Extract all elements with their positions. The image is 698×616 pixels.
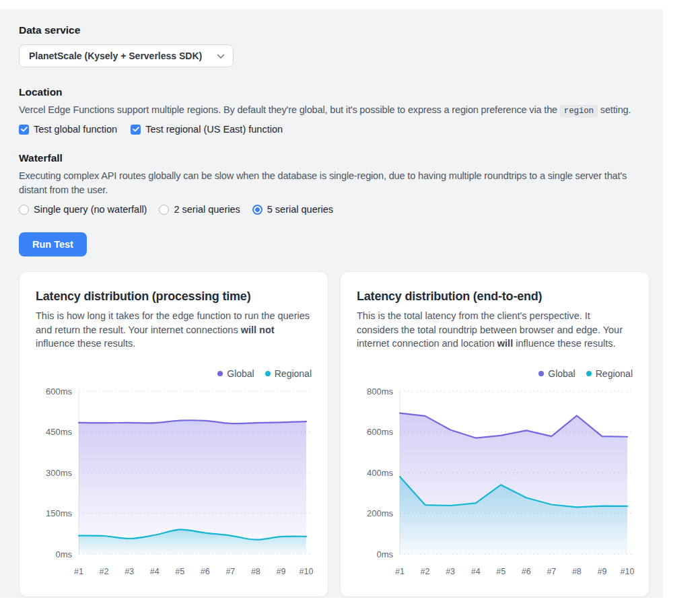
global-series-dot-icon: [538, 371, 544, 376]
radio-icon: [19, 205, 29, 215]
svg-text:200ms: 200ms: [367, 508, 394, 518]
results-cards: Latency distribution (processing time) T…: [19, 271, 644, 597]
regional-series-dot-icon: [265, 371, 271, 376]
waterfall-radio-group: Single query (no waterfall) 2 serial que…: [19, 204, 644, 215]
waterfall-section: Waterfall Executing complex API routes g…: [19, 152, 644, 215]
svg-text:450ms: 450ms: [46, 427, 73, 437]
svg-text:#3: #3: [125, 567, 134, 576]
run-test-button[interactable]: Run Test: [19, 232, 87, 256]
legend-item-regional: Regional: [265, 368, 312, 379]
svg-text:0ms: 0ms: [376, 549, 393, 559]
svg-text:#2: #2: [100, 567, 109, 576]
svg-text:#9: #9: [276, 567, 285, 576]
checkbox-test-global-function[interactable]: Test global function: [19, 124, 117, 135]
checkbox-label: Test regional (US East) function: [145, 124, 283, 135]
svg-text:300ms: 300ms: [46, 467, 73, 477]
card-description: This is the total latency from the clien…: [357, 309, 633, 351]
radio-single-query[interactable]: Single query (no waterfall): [19, 204, 147, 215]
chart-legend: Global Regional: [357, 368, 633, 379]
svg-text:400ms: 400ms: [367, 467, 394, 477]
svg-text:600ms: 600ms: [46, 386, 73, 396]
end-to-end-chart: 0ms200ms400ms600ms800ms#1#2#3#4#5#6#7#8#…: [357, 382, 634, 584]
svg-text:#4: #4: [150, 567, 160, 576]
checkbox-test-regional-function[interactable]: Test regional (US East) function: [131, 124, 283, 135]
svg-text:#7: #7: [547, 567, 556, 576]
location-heading: Location: [19, 86, 644, 98]
location-description: Vercel Edge Functions support multiple r…: [19, 103, 644, 117]
svg-text:#9: #9: [597, 567, 606, 576]
radio-2-serial-queries[interactable]: 2 serial queries: [159, 204, 240, 215]
radio-5-serial-queries[interactable]: 5 serial queries: [252, 204, 333, 215]
region-code-chip: region: [560, 105, 598, 117]
card-description: This is how long it takes for the edge f…: [36, 309, 312, 351]
processing-time-card: Latency distribution (processing time) T…: [19, 271, 328, 597]
data-service-select[interactable]: PlanetScale (Kysely + Serverless SDK): [19, 44, 234, 67]
radio-label: 2 serial queries: [174, 204, 240, 215]
radio-label: 5 serial queries: [267, 204, 333, 215]
global-series-dot-icon: [217, 371, 223, 376]
latency-test-panel: Data service PlanetScale (Kysely + Serve…: [0, 9, 663, 598]
chevron-down-icon: [217, 50, 225, 62]
svg-text:150ms: 150ms: [46, 508, 73, 518]
svg-text:#10: #10: [300, 567, 313, 576]
svg-text:#6: #6: [201, 567, 210, 576]
radio-icon: [159, 205, 169, 215]
radio-label: Single query (no waterfall): [34, 204, 147, 215]
svg-text:600ms: 600ms: [367, 427, 394, 437]
svg-text:#10: #10: [621, 567, 634, 576]
svg-text:0ms: 0ms: [55, 549, 72, 559]
legend-item-regional: Regional: [586, 368, 633, 379]
checkmark-icon: [19, 125, 29, 135]
data-service-selected-value: PlanetScale (Kysely + Serverless SDK): [29, 50, 202, 61]
data-service-section: Data service PlanetScale (Kysely + Serve…: [19, 24, 644, 86]
checkmark-icon: [131, 125, 141, 135]
svg-text:#3: #3: [446, 567, 455, 576]
svg-text:#4: #4: [471, 567, 481, 576]
svg-text:#8: #8: [251, 567, 260, 576]
svg-text:#5: #5: [175, 567, 184, 576]
svg-text:#5: #5: [496, 567, 505, 576]
radio-selected-icon: [252, 205, 263, 215]
svg-text:#6: #6: [522, 567, 531, 576]
waterfall-heading: Waterfall: [19, 152, 644, 164]
svg-text:#8: #8: [572, 567, 582, 576]
legend-item-global: Global: [538, 368, 575, 379]
svg-text:#1: #1: [395, 567, 405, 576]
end-to-end-card: Latency distribution (end-to-end) This i…: [340, 271, 650, 597]
svg-text:#7: #7: [225, 567, 235, 576]
svg-text:800ms: 800ms: [367, 386, 394, 396]
svg-text:#1: #1: [74, 567, 83, 576]
processing-time-chart: 0ms150ms300ms450ms600ms#1#2#3#4#5#6#7#8#…: [36, 382, 313, 584]
data-service-heading: Data service: [19, 24, 644, 36]
card-title: Latency distribution (processing time): [36, 289, 312, 304]
legend-item-global: Global: [217, 368, 254, 379]
svg-text:#2: #2: [421, 567, 430, 576]
location-section: Location Vercel Edge Functions support m…: [19, 86, 644, 135]
checkbox-label: Test global function: [34, 124, 117, 135]
regional-series-dot-icon: [586, 371, 592, 376]
location-checkbox-group: Test global function Test regional (US E…: [19, 124, 644, 135]
chart-legend: Global Regional: [36, 368, 312, 379]
card-title: Latency distribution (end-to-end): [357, 289, 633, 304]
waterfall-description: Executing complex API routes globally ca…: [19, 169, 644, 197]
